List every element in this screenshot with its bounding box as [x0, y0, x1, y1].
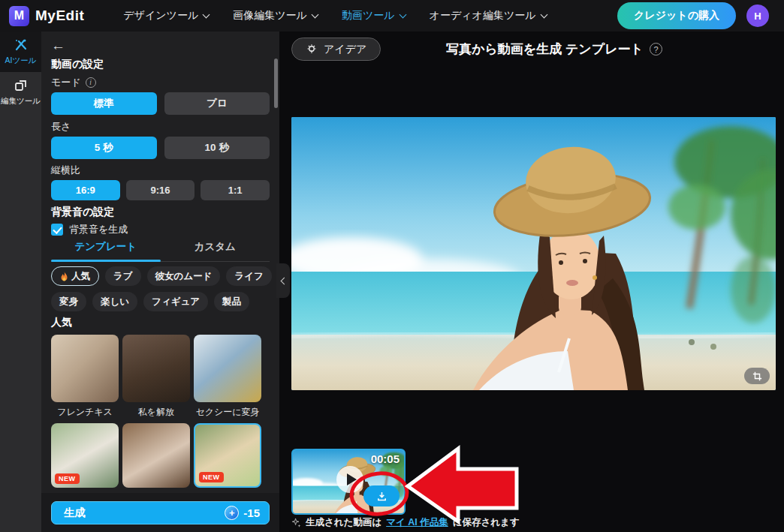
chevron-down-icon [203, 11, 210, 19]
chip-transform[interactable]: 変身 [51, 292, 86, 311]
help-icon[interactable]: ? [650, 43, 662, 56]
ai-tools-icon [14, 38, 29, 53]
template-thumbnail [122, 335, 190, 402]
filter-chips-row-1: 人気 ラブ 彼女のムード ライフ [51, 266, 270, 286]
aspect-label: 縦横比 [51, 164, 270, 177]
panel-collapse-handle[interactable] [276, 263, 290, 298]
chevron-down-icon [311, 11, 318, 19]
rail-item-label: 編集ツール [1, 96, 41, 107]
generate-label: 生成 [64, 506, 225, 520]
template-thumbnail [194, 335, 261, 402]
main-header: アイデア 写真から動画を生成 テンプレート ? [279, 38, 784, 63]
popular-section-title: 人気 [51, 316, 270, 329]
buy-credits-button[interactable]: クレジットの購入 [617, 2, 736, 29]
settings-panel: ← 動画の設定 モード i 標準 プロ 長さ 5 秒 10 秒 縦横比 16:9… [41, 32, 279, 532]
beach-photo [291, 117, 776, 390]
download-button[interactable] [363, 485, 400, 506]
crop-icon [752, 371, 762, 381]
my-ai-works-link[interactable]: マイ AI 作品集 [386, 516, 448, 529]
generated-photo-preview [291, 117, 776, 390]
chip-figure[interactable]: フィギュア [143, 292, 208, 311]
mode-toggle: 標準 プロ [51, 92, 270, 115]
myedit-app: M MyEdit デザインツール 画像編集ツール 動画ツール オーディオ編集ツー… [0, 0, 784, 532]
fire-icon [60, 272, 68, 281]
nav-audio-tools[interactable]: オーディオ編集ツール [430, 9, 547, 23]
chip-product[interactable]: 製品 [214, 292, 249, 311]
generate-bar: 生成 + -15 [41, 493, 279, 532]
aspect-16-9-button[interactable]: 16:9 [51, 180, 120, 200]
main-area: アイデア 写真から動画を生成 テンプレート ? 00:05 生成された動画は [279, 32, 784, 532]
length-toggle: 5 秒 10 秒 [51, 137, 270, 159]
avatar[interactable]: H [746, 5, 769, 27]
chevron-down-icon [399, 11, 406, 19]
generate-cost: -15 [243, 506, 260, 519]
template-2[interactable] [122, 423, 190, 488]
left-rail: AIツール 編集ツール [0, 32, 41, 532]
template-grid-row-1: フレンチキス 私を解放 セクシーに変身 [51, 335, 270, 419]
template-new-1[interactable]: NEW [51, 423, 119, 488]
top-bar: M MyEdit デザインツール 画像編集ツール 動画ツール オーディオ編集ツー… [0, 0, 784, 32]
generated-video-thumbnail[interactable]: 00:05 [291, 449, 406, 515]
lightbulb-icon [306, 44, 318, 56]
red-arrow-annotation [408, 449, 517, 521]
save-location-note: 生成された動画は マイ AI 作品集 に保存されます [291, 516, 520, 529]
chip-popular[interactable]: 人気 [51, 266, 99, 286]
download-icon [376, 491, 387, 502]
chip-life[interactable]: ライフ [226, 266, 271, 286]
length-5s-button[interactable]: 5 秒 [51, 137, 157, 159]
nav-design-tools[interactable]: デザインツール [123, 9, 209, 23]
myedit-logo-icon[interactable]: M [9, 6, 29, 26]
mode-label: モード i [51, 76, 270, 89]
rail-item-edit-tools[interactable]: 編集ツール [0, 72, 41, 113]
panel-scrollbar[interactable] [274, 59, 278, 108]
chevron-left-icon [281, 277, 288, 284]
rail-item-ai-tools[interactable]: AIツール [0, 32, 41, 72]
info-icon[interactable]: i [86, 77, 96, 88]
template-sexy-makeover[interactable]: セクシーに変身 [194, 335, 261, 419]
tab-template[interactable]: テンプレート [51, 234, 161, 261]
chip-her-mood[interactable]: 彼女のムード [147, 266, 221, 286]
credit-coin-icon: + [225, 506, 239, 520]
rail-item-label: AIツール [5, 56, 37, 66]
brand-name: MyEdit [35, 8, 84, 24]
chip-love[interactable]: ラブ [105, 266, 141, 286]
chevron-down-icon [540, 11, 547, 19]
nav-video-tools[interactable]: 動画ツール [342, 9, 406, 23]
back-arrow-icon[interactable]: ← [51, 38, 69, 54]
template-thumbnail: NEW [51, 423, 119, 488]
aspect-9-16-button[interactable]: 9:16 [126, 180, 195, 200]
template-thumbnail: NEW [194, 423, 261, 488]
new-badge: NEW [199, 472, 224, 482]
length-10s-button[interactable]: 10 秒 [164, 137, 270, 159]
new-badge: NEW [55, 473, 80, 484]
tab-custom[interactable]: カスタム [161, 234, 270, 261]
page-title-row: 写真から動画を生成 テンプレート ? [369, 38, 739, 61]
mode-standard-button[interactable]: 標準 [51, 92, 157, 115]
aspect-toggle: 16:9 9:16 1:1 [51, 180, 270, 200]
filter-chips-row-2: 変身 楽しい フィギュア 製品 [51, 292, 270, 311]
play-button[interactable] [336, 466, 363, 493]
mode-pro-button[interactable]: プロ [164, 92, 270, 115]
crop-button[interactable] [744, 368, 770, 384]
ideas-button[interactable]: アイデア [291, 38, 381, 61]
page-title: 写真から動画を生成 テンプレート [446, 41, 644, 58]
nav-image-tools[interactable]: 画像編集ツール [233, 9, 318, 23]
note-text-after: に保存されます [453, 516, 520, 529]
template-new-selected[interactable]: NEW [194, 423, 261, 488]
template-set-me-free[interactable]: 私を解放 [122, 335, 190, 419]
edit-tools-icon [14, 78, 29, 93]
template-thumbnail [122, 423, 190, 488]
video-duration: 00:05 [371, 452, 400, 465]
template-grid-row-2: NEW NEW [51, 423, 270, 488]
length-label: 長さ [51, 120, 270, 134]
bgm-section-title: 背景音の設定 [51, 206, 270, 219]
template-french-kiss[interactable]: フレンチキス [51, 335, 119, 419]
generate-button[interactable]: 生成 + -15 [51, 501, 270, 524]
template-tabs: テンプレート カスタム [51, 234, 270, 262]
main-nav: デザインツール 画像編集ツール 動画ツール オーディオ編集ツール [123, 9, 546, 23]
sparkle-icon [291, 518, 301, 527]
play-icon [347, 473, 357, 485]
aspect-1-1-button[interactable]: 1:1 [201, 180, 270, 200]
template-thumbnail [51, 335, 119, 402]
chip-fun[interactable]: 楽しい [92, 292, 137, 311]
